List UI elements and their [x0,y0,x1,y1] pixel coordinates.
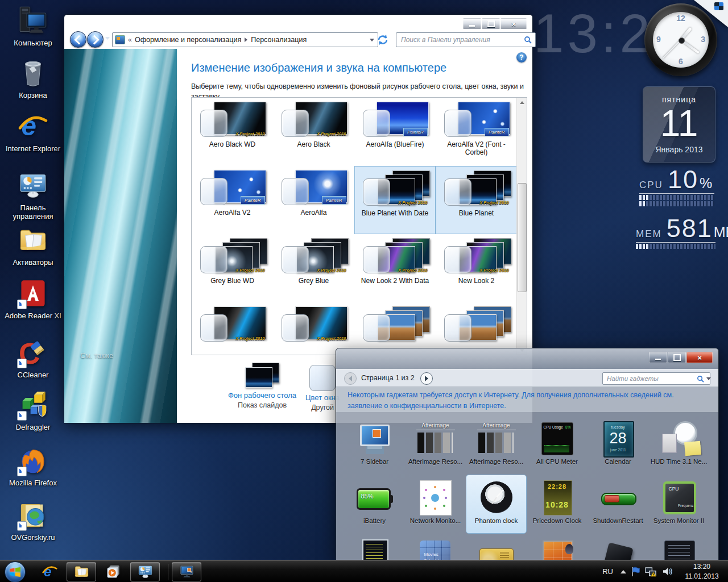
theme-item[interactable]: X Project 2010 New Look 2 [436,234,517,302]
address-dropdown-icon[interactable] [370,39,374,41]
gadget-item[interactable]: Movies Television [405,534,466,560]
start-button[interactable] [5,562,26,582]
theme-item[interactable]: X Project 2010 Blue Planet With Date [354,166,436,234]
gadget-item[interactable]: CPU Usage 8% All CPU Meter [527,415,588,475]
gadget-close-button[interactable]: × [686,352,713,363]
desktop-icon[interactable]: Компьютер [3,6,63,48]
gadget-window-titlebar[interactable]: × [336,348,718,369]
desktop-icon[interactable]: Internet Explorer [3,111,63,153]
gadget-item[interactable]: CPU Frequenz System Monitor II [648,475,709,534]
desktop-icon[interactable]: CCleaner [3,338,63,380]
gadget-item[interactable] [466,534,527,560]
gadget-item[interactable] [648,534,709,560]
gadget-maximize-button[interactable] [668,352,686,363]
gadget-item[interactable]: Phantom clock [466,475,527,534]
gadget-icon [412,480,460,516]
previous-page-icon[interactable] [344,372,357,385]
gadget-item[interactable]: ShutdownRestart [588,475,648,534]
theme-scrollbar[interactable] [516,98,527,355]
breadcrumb-personalization[interactable]: Персонализация [251,36,307,44]
gadget-item[interactable]: Afterimage Afterimage Reso... [466,415,527,475]
gadget-search[interactable] [602,372,710,385]
desktop-icon[interactable]: Активаторы [3,225,63,267]
gadget-search-input[interactable] [606,375,697,383]
refresh-icon[interactable] [377,34,389,45]
scroll-up-icon[interactable] [517,98,527,107]
gadget-item[interactable]: HUD Time 3.1 Ne... [648,415,709,475]
gadget-icon [533,539,581,560]
theme-item[interactable]: PainteR AeroAlfa (BlueFire) [354,98,436,166]
theme-item[interactable]: PainteR AeroAlfa V2 [192,166,273,234]
theme-thumbnail: X Project 2010 [198,102,267,138]
cpu-meter-gadget[interactable]: CPU 10 % [639,168,720,207]
help-icon[interactable]: ? [516,52,527,63]
desktop-icon[interactable]: Корзина [3,58,63,100]
taskbar-media-player-button[interactable] [101,563,125,581]
minimize-button[interactable] [463,18,481,30]
memory-meter-gadget[interactable]: MEM 581 MB [636,217,721,250]
calendar-gadget[interactable]: пятница 11 Январь 2013 [643,86,715,163]
theme-item[interactable] [354,302,436,355]
theme-item[interactable]: X Project 2010 Grey Blue WD [192,234,273,302]
search-input[interactable] [400,35,524,44]
gadget-nav-bar: Страница 1 из 2 [336,369,718,387]
gadget-item[interactable] [588,534,648,560]
desktop-icon[interactable]: Adobe Reader XI [3,278,63,321]
theme-item[interactable]: X Project 2010 New Look 2 With Data [354,234,436,302]
scrollbar-thumb[interactable] [518,183,527,292]
theme-list: X Project 2010 Aero Black WD X Project 2… [191,97,527,355]
back-button[interactable] [70,31,86,48]
maximize-button[interactable] [482,18,500,30]
theme-badge: X Project 2010 [235,336,264,341]
theme-item[interactable] [436,302,517,355]
gadget-item[interactable]: Network Monito... [405,475,466,534]
control-panel-search[interactable] [396,32,536,47]
gadget-item[interactable]: Afterimage Afterimage Reso... [405,415,466,475]
theme-item[interactable]: PainteR AeroAlfa [273,166,354,234]
gadget-item[interactable]: 85% iBattery [344,475,405,534]
gadget-item[interactable] [527,534,588,560]
gadget-search-icon[interactable] [697,375,704,383]
clock-numeral-9: 9 [656,35,661,44]
theme-thumbnail: X Project 2010 [279,306,349,343]
theme-item[interactable]: X Project 2010 Aero Black [273,98,354,166]
clock-gadget[interactable]: 12 3 6 9 [644,3,717,76]
search-icon[interactable] [524,36,532,44]
language-indicator[interactable]: RU [600,566,615,577]
theme-glass-icon [363,246,390,273]
theme-item[interactable]: X Project 2010 Aero Black WD [192,98,273,166]
taskbar-display-button[interactable] [172,562,201,581]
taskbar-ie-button[interactable] [38,563,61,581]
history-dropdown-icon[interactable] [105,37,110,40]
cpu-value: 10 [668,168,698,192]
breadcrumb-appearance[interactable]: Оформление и персонализация [135,36,241,44]
desktop-icon[interactable]: Панель управления [3,171,63,221]
theme-item[interactable]: X Project 2010 [273,302,354,355]
desktop-icon[interactable]: Defraggler [3,390,63,432]
gadget-search-dropdown-icon[interactable] [706,377,711,380]
gadget-item[interactable]: tuesday 28 june 2011 Calendar [588,415,648,475]
gadget-item[interactable]: 22:28 10:28 Pricedown Clock [527,475,588,534]
taskbar-explorer-button[interactable] [67,562,96,581]
tray-date: 11.01.2013 [681,572,722,581]
desktop-icon[interactable]: OVGorskiy.ru [3,500,63,542]
theme-item[interactable]: X Project 2010 Blue Planet [436,166,517,234]
gadget-item[interactable] [344,534,405,560]
action-center-flag-icon[interactable] [631,567,640,577]
window-titlebar[interactable]: × « Оформление и персонализация Персонал… [64,15,532,49]
gadget-item[interactable]: 7 Sidebar [344,415,405,475]
show-hidden-icons[interactable] [621,570,626,573]
gadget-minimize-button[interactable] [649,352,667,363]
theme-item[interactable]: X Project 2010 [192,302,273,355]
theme-item[interactable]: PainteR AeroAlfa V2 (Font - Corbel) [436,98,517,166]
taskbar-control-panel-button[interactable] [130,562,160,581]
volume-icon[interactable] [663,567,673,576]
tray-clock[interactable]: 13:20 11.01.2013 [678,562,726,580]
address-bar[interactable]: « Оформление и персонализация Персонализ… [112,32,378,47]
next-page-icon[interactable] [420,372,433,385]
theme-item[interactable]: X Project 2010 Grey Blue [273,234,354,302]
forward-button[interactable] [87,31,104,48]
desktop-icon[interactable]: Mozilla Firefox [3,446,63,488]
network-warning-icon[interactable] [645,567,657,577]
close-button[interactable]: × [500,18,527,30]
